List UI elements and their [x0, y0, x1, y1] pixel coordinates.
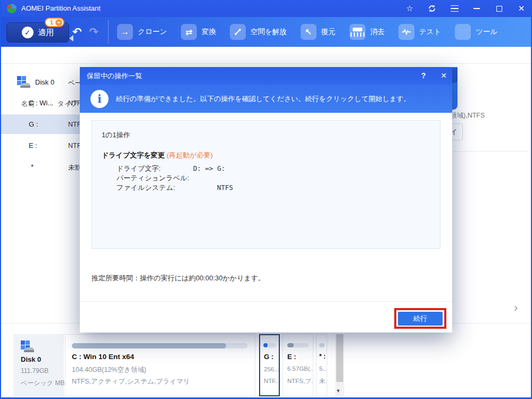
undo-redo-group: ↶ ↷	[72, 17, 98, 47]
table-row[interactable]: E : NTFS	[0, 139, 80, 153]
close-button[interactable]: ✕	[517, 4, 526, 13]
row-e-type: NTFS	[68, 142, 80, 149]
right-panel-divider	[453, 151, 528, 152]
usage-bar	[72, 343, 247, 348]
titlebar: AOMEI Partition Assistant ☆ ✕	[0, 0, 532, 17]
test-button[interactable]: テスト	[398, 24, 441, 40]
table-row[interactable]: C : Wi... NTFS	[0, 97, 80, 111]
partition-block-g-selected[interactable]: G : 256.... NTF...	[259, 334, 280, 396]
pending-operations-dialog: 保留中の操作一覧 ? ✕ i 続行の準備ができました。以下の操作を確認してくださ…	[80, 67, 452, 332]
free-space-button[interactable]: 空間を解放	[230, 24, 287, 40]
restore-button[interactable]: ↖ 復元	[301, 24, 336, 40]
disk-summary-card[interactable]: Disk 0 111.79GB ベーシック MBR	[13, 334, 64, 396]
partition-c-name: C : Win 10 Ent x64	[72, 353, 134, 361]
refresh-icon[interactable]	[428, 4, 436, 13]
disk-type: ベーシック MBR	[21, 379, 69, 388]
check-icon: ✓	[22, 27, 34, 38]
dialog-close-icon[interactable]: ✕	[438, 67, 449, 85]
partition-u-name: * :	[319, 353, 326, 360]
toolbar-items: → クローン ⇄ 変換 空間を解放 ↖ 復元	[117, 17, 497, 47]
field-label: ファイルシステム:	[117, 183, 175, 193]
table-row[interactable]: * 未割	[0, 161, 80, 174]
restore-label: 復元	[321, 27, 336, 37]
erase-label: 消去	[370, 27, 385, 37]
clone-icon: →	[117, 24, 133, 40]
operation-title-line: ドライブ文字を変更 (再起動が必要)	[102, 151, 213, 160]
disk-size: 111.79GB	[21, 367, 48, 375]
convert-button[interactable]: ⇄ 変換	[181, 24, 216, 40]
scroll-down-icon[interactable]: ▾	[337, 387, 340, 394]
scrollbar-thumb[interactable]	[336, 334, 343, 382]
partition-e-size: 6.57GB(...	[287, 365, 313, 372]
row-c-type: NTFS	[68, 99, 80, 107]
field-value: NTFS	[217, 184, 233, 192]
convert-label: 変換	[202, 27, 216, 37]
badge-count: 1	[50, 19, 53, 26]
operation-count: 1の1操作	[102, 130, 130, 140]
dialog-info-banner: i 続行の準備ができました。以下の操作を確認してください。続行をクリックして開始…	[80, 85, 452, 113]
partition-g-name: G :	[264, 353, 273, 361]
usage-bar	[319, 343, 325, 347]
field-value: D: => G:	[193, 164, 225, 172]
row-g-type: NTFS	[68, 121, 80, 128]
row-unallocated-name: *	[31, 163, 34, 171]
window-controls: ☆ ✕	[405, 0, 526, 17]
app-logo-icon	[6, 3, 17, 14]
erase-button[interactable]: 消去	[350, 24, 385, 40]
apply-label: 適用	[38, 28, 54, 38]
partition-c-flags: NTFS,アクティブ,システム,プライマリ	[72, 377, 190, 386]
chevron-down-icon: ▾	[55, 19, 62, 26]
help-icon[interactable]: ?	[418, 67, 429, 85]
row-g-name: G :	[29, 120, 38, 128]
row-c-name: C : Wi...	[29, 99, 53, 107]
partition-c-size: 104.40GB(12%空き領域)	[72, 365, 146, 375]
estimate-text: 推定所要時間：操作の実行には約00:00:30かかります。	[92, 273, 265, 283]
tools-label: ツール	[476, 27, 497, 37]
table-row-selected[interactable]: G : NTFS	[0, 118, 80, 132]
app-window: AOMEI Partition Assistant ☆ ✕ ✓ 適用	[0, 0, 532, 399]
menu-icon[interactable]	[450, 4, 459, 13]
convert-icon: ⇄	[181, 24, 197, 40]
disk-name: Disk 0	[21, 355, 41, 363]
field-label: ドライブ文字:	[117, 164, 161, 173]
usage-bar	[263, 343, 276, 347]
free-space-label: 空間を解放	[251, 27, 287, 37]
partition-block-unallocated[interactable]: * : 5... 未.	[316, 334, 327, 396]
partition-u-flags: 未.	[319, 377, 327, 385]
row-unallocated-type: 未割	[68, 163, 80, 172]
restore-icon: ↖	[301, 24, 317, 40]
dialog-header[interactable]: 保留中の操作一覧 ? ✕	[80, 67, 452, 85]
partition-block-c[interactable]: C : Win 10 Ent x64 104.40GB(12%空き領域) NTF…	[65, 334, 255, 396]
window-border-left	[0, 0, 1, 399]
dialog-title: 保留中の操作一覧	[87, 67, 142, 85]
operation-title: ドライブ文字を変更	[102, 151, 165, 159]
star-icon[interactable]: ☆	[405, 4, 414, 13]
field-label: パーティションラベル:	[117, 173, 189, 183]
undo-icon[interactable]: ↶	[72, 26, 82, 38]
minimize-button[interactable]	[472, 4, 481, 13]
toolbar-divider	[108, 20, 109, 44]
app-title: AOMEI Partition Assistant	[21, 0, 101, 17]
partition-block-e[interactable]: E : 6.57GB(... NTFS,プ...	[282, 334, 313, 396]
tools-button[interactable]: ツール	[455, 24, 497, 40]
proceed-button[interactable]: 続行	[398, 312, 443, 326]
partition-g-size: 256....	[264, 366, 280, 372]
disk-icon	[17, 76, 31, 89]
row-e-name: E :	[29, 142, 37, 149]
pending-operations-badge[interactable]: 1 ▾	[45, 18, 64, 27]
partition-e-flags: NTFS,プ...	[287, 377, 313, 385]
partition-info-text-fragment: 領域),NTFS	[450, 111, 485, 120]
clone-button[interactable]: → クローン	[117, 24, 167, 40]
disk-icon	[21, 340, 35, 354]
row-disk0-type: ベーシ	[68, 79, 80, 88]
free-space-icon	[230, 24, 246, 40]
maximize-button[interactable]	[495, 4, 503, 13]
annotation-highlight-box: 続行	[394, 308, 446, 329]
table-row[interactable]: Disk 0 ベーシ	[0, 74, 80, 89]
redo-icon[interactable]: ↷	[89, 26, 99, 38]
info-icon: i	[90, 90, 109, 108]
dialog-footer: 続行	[80, 301, 452, 332]
row-disk0-name: Disk 0	[35, 78, 54, 86]
table-header: 名前 タイプ 容量 使用領域 フラグ 状態 アライメント	[0, 48, 532, 64]
expand-chevron-icon[interactable]: ›	[514, 301, 518, 315]
